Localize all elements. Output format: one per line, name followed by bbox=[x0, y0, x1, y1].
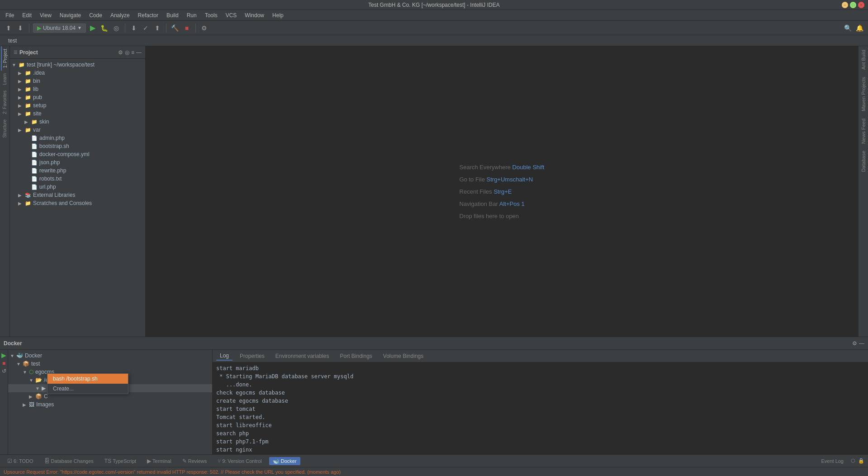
context-menu-item-bash[interactable]: bash /bootstrap.sh bbox=[47, 374, 128, 384]
hint-drop-files: Drop files here to open bbox=[460, 213, 545, 219]
tab-test[interactable]: test bbox=[4, 37, 21, 45]
toolbar-search[interactable]: 🔍 bbox=[843, 23, 853, 33]
tree-item-skin[interactable]: ▶ 📁 skin bbox=[10, 118, 145, 126]
status-tab-todo-label: 6: TODO bbox=[14, 458, 33, 464]
toolbar-build[interactable]: 🔨 bbox=[170, 23, 180, 33]
project-expand-icon[interactable]: ≡ bbox=[131, 49, 134, 56]
activity-project[interactable]: 1: Project bbox=[1, 46, 9, 71]
minimize-button[interactable]: − bbox=[842, 2, 848, 8]
toolbar-vcs-commit[interactable]: ✓ bbox=[141, 23, 151, 33]
debug-button[interactable]: 🐛 bbox=[100, 23, 109, 33]
log-tab-properties[interactable]: Properties bbox=[236, 352, 268, 360]
docker-item-test[interactable]: ▼ 📦 test bbox=[8, 360, 212, 368]
tree-item-robots[interactable]: 📄 robots.txt bbox=[10, 175, 145, 183]
tree-item-idea[interactable]: ▶ 📁 .idea bbox=[10, 69, 145, 77]
toolbar-btn-2[interactable]: ⬇ bbox=[15, 23, 25, 33]
right-strip-ant-build[interactable]: Ant Build bbox=[859, 46, 868, 73]
status-tab-typescript[interactable]: TS TypeScript bbox=[101, 457, 140, 465]
tree-item-pub[interactable]: ▶ 📁 pub bbox=[10, 93, 145, 101]
tree-item-site[interactable]: ▶ 📁 site bbox=[10, 109, 145, 118]
tree-item-url[interactable]: 📄 url.php bbox=[10, 183, 145, 191]
context-menu-item-create[interactable]: Create... bbox=[47, 384, 128, 394]
docker-icon-run-cmd: ▶ bbox=[42, 385, 46, 391]
docker-hide-icon[interactable]: — bbox=[859, 340, 864, 347]
menu-tools[interactable]: Tools bbox=[201, 11, 221, 19]
menu-code[interactable]: Code bbox=[85, 11, 106, 19]
run-config-selector[interactable]: ▶ Ubuntu 18.04 ▼ bbox=[33, 24, 86, 33]
right-strip-maven[interactable]: Maven Projects bbox=[859, 73, 868, 115]
menu-vcs[interactable]: VCS bbox=[222, 11, 241, 19]
run-button[interactable]: ▶ bbox=[88, 23, 98, 33]
log-tabs: Log Properties Environment variables Por… bbox=[213, 350, 868, 362]
status-icon-2[interactable]: 🔒 bbox=[858, 458, 864, 464]
menu-build[interactable]: Build bbox=[163, 11, 182, 19]
activity-learn[interactable]: Learn bbox=[1, 71, 8, 88]
project-locate-icon[interactable]: ◎ bbox=[125, 49, 129, 56]
log-tab-volumes[interactable]: Volume Bindings bbox=[379, 352, 427, 360]
toolbar-stop[interactable]: ■ bbox=[182, 23, 192, 33]
menu-edit[interactable]: Edit bbox=[19, 11, 35, 19]
right-strip-database[interactable]: Database bbox=[859, 147, 868, 176]
tree-item-bootstrap[interactable]: 📄 bootstrap.sh bbox=[10, 142, 145, 150]
docker-arrow-egocms: ▼ bbox=[23, 370, 29, 375]
arrow-bin: ▶ bbox=[18, 79, 24, 84]
docker-settings-icon[interactable]: ⚙ bbox=[852, 340, 857, 347]
docker-stop-icon[interactable]: ■ bbox=[2, 360, 5, 367]
tree-item-rewrite[interactable]: 📄 rewrite.php bbox=[10, 167, 145, 175]
log-line-7: Tomcat started. bbox=[216, 413, 864, 421]
tree-item-var[interactable]: ▶ 📁 var bbox=[10, 126, 145, 134]
toolbar-vcs-push[interactable]: ⬆ bbox=[152, 23, 162, 33]
status-tab-vcs[interactable]: ⑂ 9: Version Control bbox=[214, 457, 265, 465]
right-strip-news[interactable]: News Feed bbox=[859, 115, 868, 148]
docker-panel-inner: ▶ ■ ↺ ▼ 🐳 Docker ▼ 📦 test bbox=[0, 350, 868, 454]
tree-item-scratches[interactable]: ▶ 📁 Scratches and Consoles bbox=[10, 199, 145, 207]
activity-structure[interactable]: Structure bbox=[1, 117, 8, 141]
docker-arrow-images: ▶ bbox=[23, 402, 29, 407]
docker-restart-icon[interactable]: ↺ bbox=[2, 368, 6, 374]
menu-run[interactable]: Run bbox=[183, 11, 200, 19]
menu-refactor[interactable]: Refactor bbox=[134, 11, 162, 19]
menu-navigate[interactable]: Navigate bbox=[56, 11, 85, 19]
tree-item-setup[interactable]: ▶ 📁 setup bbox=[10, 101, 145, 109]
tree-root[interactable]: ▼ 📁 test [trunk] ~/workspace/test bbox=[10, 61, 145, 69]
log-tab-log[interactable]: Log bbox=[216, 352, 232, 361]
status-tab-reviews[interactable]: ✎ Reviews bbox=[179, 457, 211, 465]
menu-help[interactable]: Help bbox=[269, 11, 287, 19]
tree-item-json-php[interactable]: 📄 json.php bbox=[10, 158, 145, 167]
menu-analyze[interactable]: Analyze bbox=[107, 11, 133, 19]
log-line-9: search php bbox=[216, 429, 864, 438]
status-tab-terminal[interactable]: ▶ Terminal bbox=[143, 457, 175, 465]
coverage-button[interactable]: ◎ bbox=[111, 23, 121, 33]
log-line-10: start php7.1-fpm bbox=[216, 438, 864, 446]
docker-item-images[interactable]: ▶ 🖼 Images bbox=[8, 400, 212, 409]
docker-run-icon[interactable]: ▶ bbox=[1, 352, 6, 359]
status-tab-todo[interactable]: ☑ 6: TODO bbox=[4, 457, 37, 465]
status-tab-docker[interactable]: 🐋 Docker bbox=[269, 457, 300, 465]
status-tab-db-changes[interactable]: 🗄 Database Changes bbox=[41, 457, 97, 465]
toolbar-vcs-update[interactable]: ⬇ bbox=[129, 23, 139, 33]
tree-item-lib[interactable]: ▶ 📁 lib bbox=[10, 85, 145, 93]
tree-item-bin[interactable]: ▶ 📁 bin bbox=[10, 77, 145, 85]
log-tab-ports[interactable]: Port Bindings bbox=[336, 352, 375, 360]
activity-favorites[interactable]: 2: Favorites bbox=[1, 88, 8, 117]
status-icon-1[interactable]: ⬡ bbox=[851, 458, 855, 464]
project-hide-icon[interactable]: — bbox=[136, 49, 142, 56]
tree-item-docker-compose[interactable]: 📄 docker-compose.yml bbox=[10, 150, 145, 158]
project-settings-icon[interactable]: ⚙ bbox=[118, 49, 123, 56]
event-log-btn[interactable]: Event Log bbox=[817, 457, 847, 465]
toolbar-notifications[interactable]: 🔔 bbox=[854, 23, 864, 33]
tree-item-ext-libs[interactable]: ▶ 📚 External Libraries bbox=[10, 191, 145, 199]
folder-icon-skin: 📁 bbox=[31, 118, 38, 125]
event-log-label[interactable]: Event Log bbox=[817, 457, 847, 465]
menu-file[interactable]: File bbox=[2, 11, 18, 19]
toolbar-settings[interactable]: ⚙ bbox=[199, 23, 209, 33]
docker-item-root[interactable]: ▼ 🐳 Docker bbox=[8, 352, 212, 360]
tree-item-admin-php[interactable]: 📄 admin.php bbox=[10, 134, 145, 142]
menu-window[interactable]: Window bbox=[241, 11, 268, 19]
toolbar-btn-1[interactable]: ⬆ bbox=[4, 23, 14, 33]
close-button[interactable]: × bbox=[858, 2, 864, 8]
restore-button[interactable]: □ bbox=[850, 2, 856, 8]
file-icon-json: 📄 bbox=[31, 159, 38, 166]
menu-view[interactable]: View bbox=[36, 11, 55, 19]
log-tab-env[interactable]: Environment variables bbox=[272, 352, 333, 360]
